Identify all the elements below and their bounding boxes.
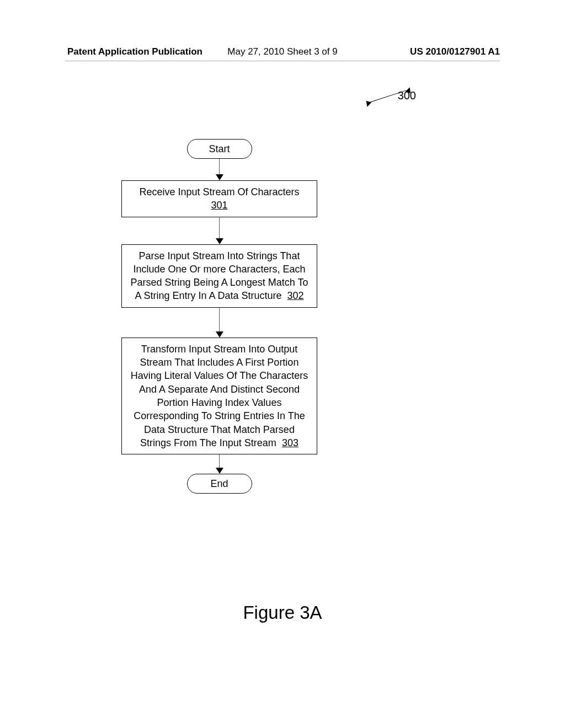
step-text: Transform Input Stream Into Output Strea… [131,344,308,448]
step-text: Parse Input Stream Into Strings That Inc… [131,250,308,302]
arrow-down-icon [216,468,223,474]
end-label: End [210,478,228,490]
header-date-sheet: May 27, 2010 Sheet 3 of 9 [227,46,337,57]
page-header: Patent Application Publication May 27, 2… [0,46,565,57]
leader-arrowhead-down [365,101,372,108]
step-number: 302 [287,290,304,301]
step-number: 303 [282,437,299,448]
flowchart-start: Start [187,139,252,159]
flowchart-connector [216,159,223,180]
arrow-down-icon [216,174,223,180]
connector-line [219,454,220,468]
figure-caption: Figure 3A [0,602,565,623]
flowchart-connector [216,454,223,474]
step-number: 301 [211,200,227,211]
flowchart-end: End [187,474,252,494]
header-publication-number: US 2010/0127901 A1 [410,46,500,57]
flowchart: Start Receive Input Stream Of Characters… [121,139,317,494]
connector-line [219,308,220,331]
connector-line [219,159,220,174]
arrow-down-icon [216,331,223,338]
header-publication-type: Patent Application Publication [67,46,202,57]
flowchart-step-303: Transform Input Stream Into Output Strea… [121,338,317,454]
arrow-down-icon [216,238,223,244]
start-label: Start [209,143,230,155]
flowchart-connector [216,308,223,338]
connector-line [219,217,220,238]
flowchart-connector [216,217,223,244]
flowchart-step-301: Receive Input Stream Of Characters 301 [121,180,317,217]
flowchart-step-302: Parse Input Stream Into Strings That Inc… [121,244,317,308]
step-text: Receive Input Stream Of Characters [139,186,299,197]
header-divider [65,61,500,61]
